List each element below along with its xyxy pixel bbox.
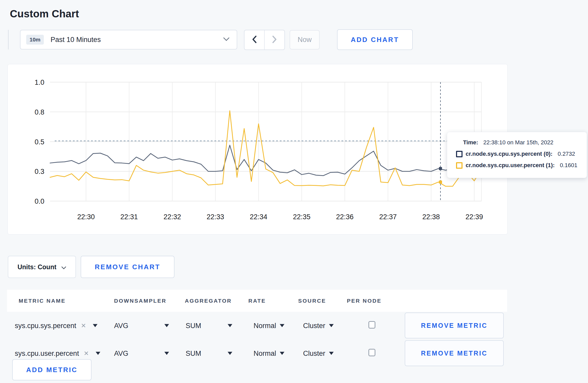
clear-metric-icon[interactable]: ✕ — [84, 350, 89, 357]
time-step-buttons — [244, 30, 285, 50]
page-title: Custom Chart — [10, 8, 79, 20]
per-node-checkbox[interactable] — [368, 321, 375, 329]
svg-text:22:30: 22:30 — [77, 213, 95, 221]
aggregator-select[interactable]: SUM — [186, 322, 232, 330]
chevron-down-icon — [223, 37, 229, 42]
add-chart-button[interactable]: ADD CHART — [337, 29, 413, 50]
metric-name-select[interactable]: sys.cpu.user.percent ✕ — [15, 349, 100, 357]
dropdown-caret-icon — [228, 324, 232, 327]
svg-text:0.5: 0.5 — [34, 138, 44, 146]
units-label: Units: Count — [18, 263, 57, 271]
metric-name-value: sys.cpu.user.percent — [15, 349, 79, 357]
dropdown-caret-icon — [280, 352, 284, 355]
time-range-label: Past 10 Minutes — [51, 36, 223, 44]
tooltip-series-value: 0.1601 — [560, 162, 577, 169]
svg-text:0.0: 0.0 — [34, 197, 44, 205]
tooltip-time-label: Time: — [463, 139, 478, 146]
svg-text:22:36: 22:36 — [336, 213, 354, 221]
column-header-rate: RATE — [248, 298, 266, 304]
time-range-badge: 10m — [26, 35, 44, 45]
column-header-metric-name: METRIC NAME — [19, 298, 66, 304]
aggregator-select[interactable]: SUM — [186, 349, 232, 357]
add-metric-button[interactable]: ADD METRIC — [12, 359, 92, 380]
time-range-dropdown[interactable]: 10m Past 10 Minutes — [20, 30, 237, 49]
next-interval-button[interactable] — [264, 30, 284, 49]
downsampler-select[interactable]: AVG — [114, 349, 169, 357]
svg-text:22:33: 22:33 — [207, 213, 224, 221]
source-select[interactable]: Cluster — [303, 349, 334, 357]
aggregator-value: SUM — [186, 349, 201, 357]
source-select[interactable]: Cluster — [303, 322, 334, 330]
svg-text:0.3: 0.3 — [34, 168, 44, 175]
dropdown-caret-icon — [280, 324, 284, 327]
downsampler-value: AVG — [114, 349, 128, 357]
svg-text:1.0: 1.0 — [34, 79, 44, 86]
chevron-left-icon — [251, 35, 258, 45]
svg-text:22:31: 22:31 — [120, 213, 138, 221]
tooltip-series-value: 0.2732 — [558, 151, 575, 157]
dropdown-caret-icon — [164, 324, 169, 327]
units-dropdown[interactable]: Units: Count — [8, 256, 76, 278]
clear-metric-icon[interactable]: ✕ — [81, 322, 86, 329]
metric-table-row: sys.cpu.sys.percent ✕ AVG SUM Normal Clu… — [7, 312, 507, 339]
series-swatch-user — [456, 162, 463, 169]
svg-text:0.8: 0.8 — [34, 108, 44, 116]
dropdown-caret-icon — [93, 324, 97, 327]
column-header-downsampler: DOWNSAMPLER — [114, 298, 166, 304]
dropdown-caret-icon — [329, 324, 334, 327]
column-header-source: SOURCE — [298, 298, 326, 304]
aggregator-value: SUM — [186, 322, 201, 330]
metric-name-select[interactable]: sys.cpu.sys.percent ✕ — [15, 322, 97, 330]
chevron-right-icon — [271, 35, 278, 45]
dropdown-caret-icon — [228, 352, 232, 355]
now-button[interactable]: Now — [290, 30, 320, 49]
cpu-percent-line-chart[interactable]: 0.00.30.50.81.022:3022:3122:3222:3322:34… — [8, 64, 507, 234]
remove-metric-button[interactable]: REMOVE METRIC — [405, 313, 504, 338]
toolbar-divider — [8, 30, 9, 49]
rate-select[interactable]: Normal — [254, 322, 284, 330]
chart-hover-tooltip: Time:22:38:10 on Mar 15th, 2022 cr.node.… — [447, 132, 587, 178]
tooltip-series-name: cr.node.sys.cpu.user.percent (1): — [466, 162, 555, 169]
chevron-down-icon — [61, 263, 66, 271]
source-value: Cluster — [303, 349, 325, 357]
svg-text:22:39: 22:39 — [465, 213, 483, 221]
series-swatch-sys — [456, 151, 463, 157]
svg-text:22:38: 22:38 — [422, 213, 440, 221]
tooltip-time-value: 22:38:10 on Mar 15th, 2022 — [483, 139, 553, 146]
per-node-checkbox[interactable] — [368, 349, 375, 356]
remove-metric-button[interactable]: REMOVE METRIC — [405, 340, 504, 366]
custom-chart-panel: 0.00.30.50.81.022:3022:3122:3222:3322:34… — [8, 64, 508, 235]
rate-value: Normal — [254, 349, 276, 357]
dropdown-caret-icon — [329, 352, 334, 355]
downsampler-select[interactable]: AVG — [114, 322, 169, 330]
column-header-aggregator: AGGREGATOR — [185, 298, 232, 304]
svg-text:22:32: 22:32 — [164, 213, 181, 221]
tooltip-series-name: cr.node.sys.cpu.sys.percent (0): — [466, 151, 552, 157]
rate-value: Normal — [254, 322, 276, 330]
dropdown-caret-icon — [164, 352, 169, 355]
svg-text:22:35: 22:35 — [293, 213, 311, 221]
svg-text:22:37: 22:37 — [379, 213, 397, 221]
dropdown-caret-icon — [96, 352, 100, 355]
downsampler-value: AVG — [114, 322, 128, 330]
column-header-per-node: PER NODE — [347, 298, 382, 304]
previous-interval-button[interactable] — [244, 30, 264, 49]
svg-text:22:34: 22:34 — [250, 213, 267, 221]
metric-name-value: sys.cpu.sys.percent — [15, 322, 76, 330]
metrics-table-header: METRIC NAME DOWNSAMPLER AGGREGATOR RATE … — [7, 290, 507, 312]
remove-chart-button[interactable]: REMOVE CHART — [81, 256, 174, 278]
source-value: Cluster — [303, 322, 325, 330]
rate-select[interactable]: Normal — [254, 349, 284, 357]
